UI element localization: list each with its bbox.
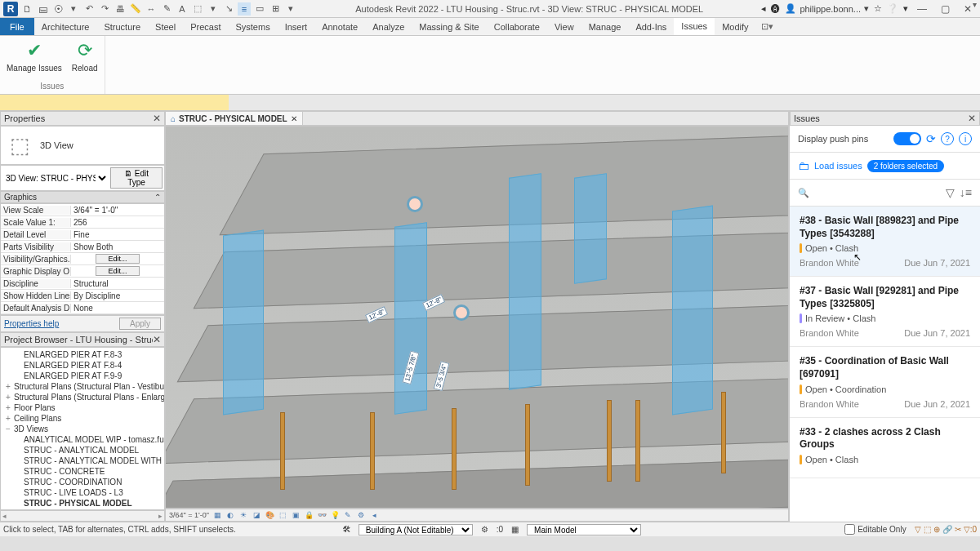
- property-row[interactable]: Default Analysis D...None: [1, 302, 164, 314]
- sort-icon[interactable]: ↓≡: [960, 186, 972, 199]
- properties-close-icon[interactable]: ✕: [153, 113, 161, 124]
- tab-issues[interactable]: Issues: [674, 18, 715, 35]
- property-value[interactable]: Show Both: [71, 242, 164, 251]
- browser-item[interactable]: ANALYTICAL MODEL WIP - tomasz.fu: [1, 434, 164, 445]
- minimize-button[interactable]: —: [913, 2, 931, 16]
- browser-item[interactable]: +Structural Plans (Structural Plans - En…: [1, 392, 164, 402]
- tab-view[interactable]: View: [547, 18, 581, 35]
- qat-measure-icon[interactable]: 📏: [129, 2, 142, 16]
- tab-architecture[interactable]: Architecture: [34, 18, 97, 35]
- tab-systems[interactable]: Systems: [228, 18, 277, 35]
- info-icon[interactable]: i: [959, 132, 972, 145]
- browser-item[interactable]: STRUC - CONCRETE: [1, 466, 164, 477]
- vc-temp-icon[interactable]: 👓: [317, 511, 327, 519]
- browser-item[interactable]: +Floor Plans: [1, 402, 164, 413]
- project-browser-tree[interactable]: ENLARGED PIER AT F.8-3ENLARGED PIER AT F…: [0, 347, 165, 510]
- project-browser-close-icon[interactable]: ✕: [153, 334, 161, 345]
- edit-type-button[interactable]: 🗎 Edit Type: [110, 167, 163, 189]
- qat-tag-icon[interactable]: ✎: [160, 2, 173, 16]
- tab-manage[interactable]: Manage: [581, 18, 629, 35]
- qat-redo-icon[interactable]: ↷: [98, 2, 111, 16]
- property-row[interactable]: Visibility/Graphics...Edit...: [1, 253, 164, 265]
- sf-icon-4[interactable]: 🔗: [942, 525, 952, 534]
- tab-massing[interactable]: Massing & Site: [412, 18, 486, 35]
- sf-icon-3[interactable]: ⊕: [933, 525, 940, 534]
- ribbon-play-icon[interactable]: ⊡▾: [761, 18, 773, 35]
- help-dd-icon[interactable]: ▾: [903, 3, 908, 14]
- vc-style-icon[interactable]: ◐: [225, 511, 236, 519]
- push-pins-toggle[interactable]: [893, 132, 921, 145]
- property-row[interactable]: View Scale3/64" = 1'-0": [1, 204, 164, 216]
- browser-item[interactable]: STRUC - LIVE LOADS - L3: [1, 487, 164, 498]
- issue-card[interactable]: #33 - 2 clashes across 2 Clash GroupsOpe…: [790, 418, 980, 478]
- editable-only-checkbox[interactable]: Editable Only: [844, 524, 906, 535]
- browser-item[interactable]: −3D Views: [1, 424, 164, 434]
- property-value[interactable]: None: [71, 304, 164, 313]
- tab-structure[interactable]: Structure: [96, 18, 148, 35]
- property-row[interactable]: DisciplineStructural: [1, 278, 164, 290]
- refresh-icon[interactable]: ⟳: [926, 132, 936, 145]
- ws-icon-3[interactable]: ▦: [511, 525, 519, 534]
- qat-undo-icon[interactable]: ↶: [82, 2, 96, 16]
- tab-annotate[interactable]: Annotate: [314, 18, 365, 35]
- property-value[interactable]: Fine: [71, 230, 164, 239]
- tab-modify[interactable]: Modify: [715, 18, 755, 35]
- browser-item[interactable]: +Structural Plans (Structural Plan - Ves…: [1, 381, 164, 392]
- design-option-dropdown[interactable]: Main Model: [527, 524, 641, 535]
- vc-crop-icon[interactable]: ⬚: [278, 511, 288, 519]
- issues-list[interactable]: ↖ #38 - Basic Wall [889823] and Pipe Typ…: [790, 207, 980, 522]
- property-edit-button[interactable]: Edit...: [96, 266, 139, 276]
- qat-print-icon[interactable]: 🖶: [114, 2, 127, 16]
- sf-icon-2[interactable]: ⬚: [924, 525, 931, 534]
- ws-icon-1[interactable]: ⚙: [481, 525, 488, 534]
- filter-icon[interactable]: ▽: [946, 186, 955, 199]
- issues-search-input[interactable]: [814, 188, 941, 198]
- browser-item[interactable]: STRUC - COORDINATION: [1, 477, 164, 487]
- vc-shadows-icon[interactable]: ◪: [252, 511, 262, 519]
- property-row[interactable]: Detail LevelFine: [1, 229, 164, 241]
- properties-type-selector[interactable]: ⬚ 3D View: [0, 126, 165, 165]
- sf-icon-6[interactable]: ▽:0: [964, 525, 977, 534]
- qat-text-icon[interactable]: A: [176, 2, 189, 16]
- vc-detail-icon[interactable]: ▦: [212, 511, 223, 519]
- nav-arrow-icon[interactable]: ◂: [761, 3, 766, 14]
- qat-3d-dd-icon[interactable]: ▾: [207, 2, 220, 16]
- properties-section-header[interactable]: Graphics ⌃: [0, 191, 165, 203]
- browser-item[interactable]: ENLARGED PIER AT F.8-3: [1, 349, 164, 360]
- sf-icon-1[interactable]: ▽: [915, 525, 921, 534]
- vc-analytical-icon[interactable]: ⚙: [356, 511, 367, 519]
- sf-icon-5[interactable]: ✂: [955, 525, 961, 534]
- browser-item[interactable]: STRUC - PHYSICAL MODEL: [1, 498, 164, 509]
- qat-sync-dd-icon[interactable]: ▾: [67, 2, 80, 16]
- maximize-button[interactable]: ▢: [936, 2, 954, 16]
- property-value[interactable]: 256: [71, 218, 164, 227]
- property-row[interactable]: Graphic Display O...Edit...: [1, 265, 164, 278]
- property-edit-button[interactable]: Edit...: [96, 254, 139, 264]
- project-browser-scrollbar[interactable]: ◂▸: [0, 510, 165, 522]
- view-tab-menu-icon[interactable]: ▾: [973, 0, 977, 9]
- vc-constraints-icon[interactable]: ✎: [343, 511, 354, 519]
- browser-item[interactable]: ENLARGED PIER AT F.9-9: [1, 371, 164, 381]
- property-value[interactable]: 3/64" = 1'-0": [71, 206, 164, 215]
- issue-card[interactable]: #35 - Coordination of Basic Wall [697091…: [790, 347, 980, 417]
- qat-sync-icon[interactable]: 🖸: [51, 2, 65, 16]
- view-tab-active[interactable]: ⌂ STRUC - PHYSICAL MODEL ✕: [166, 112, 303, 125]
- view-scale[interactable]: 3/64" = 1'-0": [169, 511, 209, 519]
- issue-card[interactable]: #37 - Basic Wall [929281] and Pipe Types…: [790, 277, 980, 347]
- workset-dropdown[interactable]: Building A (Not Editable): [359, 524, 473, 535]
- favorites-icon[interactable]: ☆: [874, 3, 882, 14]
- browser-item[interactable]: STRUC - ANALYTICAL MODEL: [1, 445, 164, 455]
- browser-item[interactable]: ENLARGED PIER AT F.8-4: [1, 360, 164, 371]
- property-row[interactable]: Parts VisibilityShow Both: [1, 241, 164, 253]
- ws-icon-2[interactable]: :0: [497, 525, 503, 534]
- issues-close-icon[interactable]: ✕: [968, 113, 976, 124]
- property-value[interactable]: Structural: [71, 279, 164, 288]
- vc-lock-icon[interactable]: 🔒: [304, 511, 314, 519]
- file-tab[interactable]: File: [0, 18, 34, 35]
- 3d-viewport[interactable]: 12'-8" 12'-8" 13'-5 7/8" 3'-5 3/4": [165, 126, 789, 509]
- browser-item[interactable]: +Ceiling Plans: [1, 413, 164, 424]
- push-pin-marker[interactable]: [453, 304, 470, 321]
- infocenter-icon[interactable]: 🅐: [771, 4, 780, 14]
- qat-dim-icon[interactable]: ↔: [145, 2, 158, 16]
- push-pin-marker[interactable]: [407, 196, 423, 212]
